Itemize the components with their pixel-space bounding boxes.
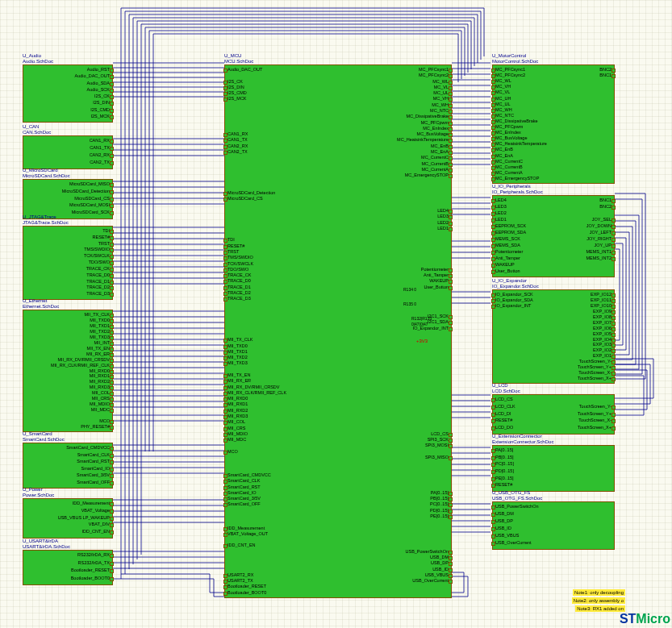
port-right: MC_PFCpwm bbox=[421, 120, 449, 125]
port-right: I2S_CK bbox=[94, 94, 110, 98]
port-right: TouchScreen_Y+ bbox=[578, 364, 611, 369]
port-right: TouchScreen_X+ bbox=[578, 425, 611, 430]
port-right: PE[0..15] bbox=[430, 514, 449, 518]
port-left: MII_RXD2 bbox=[227, 408, 248, 413]
sheet-u_ext: U_ExtensionConnectorExtensionConnector.S… bbox=[492, 434, 613, 492]
sheet-body: USB_PowerSwitchOnUSB_DMUSB_DPUSB_IDUSB_V… bbox=[492, 501, 615, 550]
port-right: EXP_IO10 bbox=[591, 303, 611, 308]
port-left: TCK/SWCLK bbox=[227, 261, 253, 266]
port-right: MC_WH bbox=[432, 102, 449, 107]
port-right: Audio_DAC_OUT bbox=[75, 73, 110, 78]
sheet-header: U_IO_ExpandorIO_Expandor.SchDoc bbox=[492, 278, 613, 289]
port-left: LCD_DO bbox=[495, 425, 513, 430]
sheet-u_pwr: U_PowerPower.SchDocIDD_MeasurementVBAT_V… bbox=[23, 487, 111, 539]
sheet-u_jtag: U_JTAG&TraceJTAG&Trace.SchDocTDIRESET#TR… bbox=[23, 214, 111, 300]
port-left: I2S_MCK bbox=[227, 96, 247, 101]
sheet-u_audio: U_AudioAudio.SchDocAudio_RSTAudio_DAC_OU… bbox=[23, 53, 111, 123]
sheet-u_lcd: U_LCDLCD.SchDocLCD_CSLCD_CLKLCD_DIRESET#… bbox=[492, 383, 613, 435]
port-left: SmartCard_CMDVCC bbox=[227, 472, 271, 477]
port-left: MII_RXD1 bbox=[227, 401, 248, 406]
port-right: PB[0..15] bbox=[430, 496, 449, 501]
port-right: EXP_IO12 bbox=[591, 292, 611, 297]
port-right: USB_DP bbox=[431, 560, 449, 565]
port-right: TouchScreen_X+ bbox=[578, 376, 611, 381]
port-right: MII_RXD0 bbox=[90, 368, 110, 373]
port-right: MEMS_INT2 bbox=[586, 256, 611, 260]
port-right: MII_TX_EN bbox=[87, 346, 110, 351]
port-left: PB[0..15] bbox=[495, 455, 514, 460]
port-left: MC_HeatsinkTemperature bbox=[495, 141, 547, 146]
port-left: MC_EnIndex bbox=[495, 130, 521, 135]
port-right: WAKEUP bbox=[429, 278, 449, 283]
port-right: SPI3_SCK bbox=[428, 437, 449, 442]
sheet-u_eth: U_EthernetEthernet.SchDocMII_TX_CLKMII_T… bbox=[23, 298, 111, 432]
port-left: MC_VL bbox=[495, 89, 510, 94]
sheet-u_iop: U_IO_PeripheralsIO_Peripherals.SchDocLED… bbox=[492, 184, 613, 277]
port-left: I2S_DIN bbox=[227, 85, 244, 89]
resistor-r134: R134 0 bbox=[403, 287, 416, 292]
port-right: MII_MDIO bbox=[90, 401, 110, 406]
port-right: JOY_RIGHT bbox=[586, 236, 611, 241]
port-right: LED1 bbox=[437, 226, 449, 231]
sheet-body: IO_Expandor_SCKIO_Expandor_SDAIO_Expando… bbox=[492, 289, 615, 384]
port-left: RESET# bbox=[227, 243, 244, 248]
port-right: BNC2 bbox=[599, 204, 611, 209]
port-left: MC_WL bbox=[495, 78, 511, 83]
port-left: TRACE_D2 bbox=[227, 290, 251, 295]
port-left: MEMS_SCK bbox=[495, 236, 520, 241]
port-left: PE[0..15] bbox=[495, 476, 514, 480]
port-right: EXP_IO2 bbox=[593, 347, 611, 352]
port-left: TRACE_D0 bbox=[227, 278, 251, 283]
port-right: MII_TXD1 bbox=[90, 323, 110, 328]
port-right: SmartCard_RST bbox=[77, 459, 110, 464]
sheet-header: U_USART&IrDAUSART&IrDA.SchDoc bbox=[23, 539, 111, 550]
resistor-values-47: 0|47|0|47 bbox=[411, 322, 428, 326]
port-left: IDD_Measurement bbox=[227, 526, 265, 530]
port-left: IO_Expandor_SCK bbox=[495, 292, 533, 297]
port-left: SmartCard_CLK bbox=[227, 478, 260, 483]
port-right: JOY_DOWN bbox=[586, 223, 611, 228]
port-right: JOY_LEFT bbox=[590, 230, 611, 235]
sheet-header: U_USB_OTG_FSUSB_OTG_FS.SchDoc bbox=[492, 490, 613, 501]
port-right: MC_DissipativeBrake bbox=[406, 114, 449, 119]
port-left: CAN1_RX bbox=[227, 131, 248, 136]
port-right: MicroSDCard_CS bbox=[74, 196, 110, 201]
port-right: IDD_Measurement bbox=[73, 501, 110, 505]
port-right: LCD_CS bbox=[431, 431, 449, 436]
port-right: RESET# bbox=[93, 235, 110, 239]
port-right: MicroSDCard_MISO bbox=[69, 181, 110, 186]
port-right: MC_CurrentC bbox=[421, 155, 449, 160]
port-right: RS232/IrDA_TX bbox=[78, 560, 110, 565]
sheet-body: IDD_MeasurementVBAT_VoltageUSB_VBUS LP_W… bbox=[23, 498, 113, 539]
port-left: USB_ID bbox=[495, 526, 511, 530]
sheet-body: PA[0..15]PB[0..15]PC[0..15]PD[0..15]PE[0… bbox=[492, 445, 615, 492]
sheet-header: U_SmartCardSmartCard.SchDoc bbox=[23, 431, 111, 443]
port-right: CAN1_TX bbox=[90, 145, 110, 150]
sheet-body: Audio_RSTAudio_DAC_OUTAudio_SDAAudio_SCK… bbox=[23, 64, 113, 123]
port-left: MII_RX_CLK/RMII_REF_CLK bbox=[227, 390, 286, 395]
port-right: PHY_RESET# bbox=[81, 424, 110, 429]
sheet-header: U_IO_PeripheralsIO_Peripherals.SchDoc bbox=[492, 184, 613, 195]
port-right: Anti_Tamper bbox=[424, 272, 449, 277]
port-right: MII_RX_CLK/RMII_REF_CLK bbox=[51, 363, 110, 368]
sheet-u_usart: U_USART&IrDAUSART&IrDA.SchDocRS232/IrDA_… bbox=[23, 539, 111, 585]
port-right: TouchScreen_X- bbox=[578, 370, 611, 375]
port-left: Potentiometer bbox=[495, 249, 523, 254]
port-left: TRACE_D3 bbox=[227, 296, 251, 301]
port-right: SmartCard_CLK bbox=[77, 452, 110, 457]
port-left: USB_DM bbox=[495, 511, 514, 516]
port-right: MC_EnA bbox=[431, 149, 449, 154]
port-left: RESET# bbox=[495, 482, 512, 487]
port-left: MII_MDIO bbox=[227, 431, 248, 436]
port-right: CAN1_RX bbox=[90, 138, 110, 143]
port-left: MC_UL bbox=[495, 102, 511, 106]
port-right: TRACE_D1 bbox=[86, 279, 110, 284]
port-left: MC_PFCsync2 bbox=[495, 73, 525, 77]
port-left: MII_TXD2 bbox=[227, 355, 248, 360]
port-left: MII_TXD0 bbox=[227, 343, 248, 348]
port-right: EXP_IO6 bbox=[593, 326, 611, 331]
port-right: RS232/IrDA_RX bbox=[77, 552, 110, 557]
port-left: I2S_CMD bbox=[227, 90, 247, 95]
sheet-body: RS232/IrDA_RXRS232/IrDA_TXBootloader_RES… bbox=[23, 550, 113, 585]
port-left: MicroSDCard_CS bbox=[227, 196, 263, 201]
